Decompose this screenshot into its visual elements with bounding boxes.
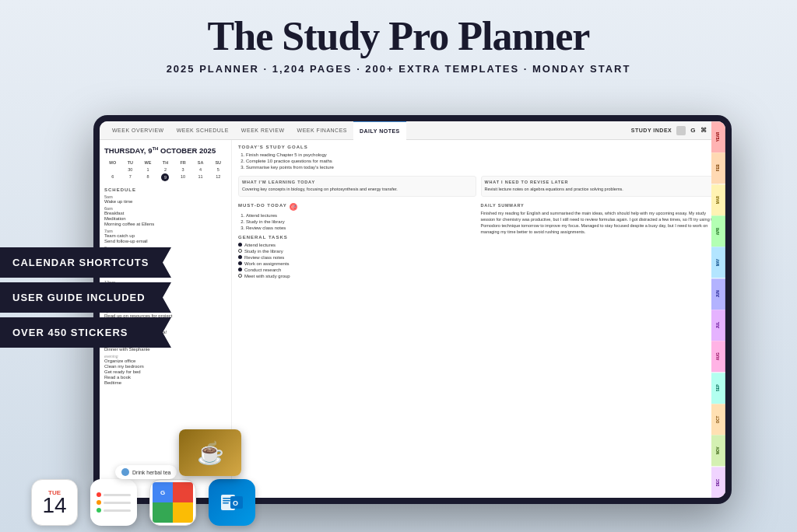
gcal-app-icon[interactable]: G [149, 479, 196, 526]
g-icon: G [690, 127, 696, 134]
tab-apr[interactable]: APR [711, 215, 725, 247]
cal-header-sa: SA [192, 159, 209, 166]
calendar-day-num: 14 [42, 495, 66, 516]
cal-header-mo: MO [104, 159, 121, 166]
cal-cell[interactable]: 30 [122, 166, 139, 173]
tab-week-review[interactable]: WEEK REVIEW [235, 121, 291, 140]
must-do-section: MUST-DO TODAY 🎯 Attend lectures Study in… [238, 203, 718, 280]
learning-box-text: Covering key concepts in biology, focusi… [242, 187, 472, 193]
goal-item: Complete 10 practice questions for maths [246, 159, 718, 163]
must-do-item: Study in the library [246, 219, 476, 224]
reminders-app-icon[interactable] [90, 479, 137, 526]
target-icon: 🎯 [290, 203, 297, 211]
nav-right: STUDY INDEX G ⌘ ☰ [631, 126, 719, 135]
food-emoji: ☕ [197, 440, 224, 466]
food-photo: ☕ [179, 429, 241, 476]
task-item: Meet with study group [238, 274, 476, 278]
outlook-app-icon[interactable]: O [209, 479, 255, 526]
badge-user-guide: USER GUIDE INCLUDED [0, 282, 171, 313]
habit-tracker-card: Drink herbal tea [115, 465, 177, 479]
calendar-app-icon[interactable]: TUE 14 [31, 479, 78, 526]
nav-tabs: WEEK OVERVIEW WEEK SCHEDULE WEEK REVIEW … [100, 121, 725, 140]
bookmark-icon [676, 126, 686, 135]
tab-feb[interactable]: FEB [711, 152, 725, 184]
tab-oct[interactable]: OCT [711, 404, 725, 435]
tab-week-schedule[interactable]: WEEK SCHEDULE [170, 121, 235, 140]
learning-box-title: WHAT I'M LEARNING TODAY [242, 180, 472, 184]
svg-rect-3 [223, 498, 232, 499]
middle-panel: TODAY'S STUDY GOALS Finish reading Chapt… [232, 140, 725, 498]
tab-sidebar: YEAR FEB MAR APR MAY JUN JUL AUG SEP OCT… [711, 140, 725, 498]
must-do-item: Review class notes [246, 226, 476, 230]
cal-header-we: WE [139, 159, 156, 166]
bottom-app-bar: TUE 14 G O Drink herbal tea [0, 473, 797, 532]
cal-cell[interactable]: 11 [192, 173, 209, 181]
must-do-col: MUST-DO TODAY 🎯 Attend lectures Study in… [238, 203, 476, 280]
schedule-item: Organize office [104, 359, 226, 363]
habit-dot [121, 468, 129, 476]
task-item: Conduct research [238, 268, 476, 272]
tab-mar[interactable]: MAR [711, 184, 725, 215]
schedule-item: Breakfast [104, 211, 226, 215]
info-boxes: WHAT I'M LEARNING TODAY Covering key con… [238, 176, 718, 197]
general-tasks-list: Attend lectures Study in the library Rev… [238, 243, 476, 278]
tab-jun[interactable]: JUN [711, 278, 725, 310]
svg-rect-5 [223, 502, 229, 504]
must-do-title: MUST-DO TODAY [238, 203, 287, 208]
schedule-item: Read a book [104, 375, 226, 380]
tab-week-finances[interactable]: WEEK FINANCES [291, 121, 353, 140]
main-title: The Study Pro Planner [0, 14, 797, 58]
cal-cell[interactable]: 4 [192, 166, 209, 173]
tab-year[interactable]: YEAR [711, 140, 725, 152]
cal-cell-today[interactable]: 9 [161, 173, 169, 181]
goals-section-title: TODAY'S STUDY GOALS [238, 145, 718, 149]
schedule-item: Morning coffee at Ellens [104, 222, 226, 226]
tab-aug[interactable]: AUG [711, 341, 725, 372]
schedule-item: Clean my bedroom [104, 364, 226, 369]
cal-cell[interactable]: 3 [174, 166, 191, 173]
learning-box: WHAT I'M LEARNING TODAY Covering key con… [238, 176, 476, 197]
must-do-header: MUST-DO TODAY 🎯 [238, 203, 476, 211]
svg-rect-4 [223, 500, 230, 502]
daily-summary-title: DAILY SUMMARY [481, 203, 719, 208]
habit-label: Drink herbal tea [132, 470, 170, 475]
cal-cell[interactable]: 7 [122, 173, 139, 181]
cal-cell[interactable]: 12 [209, 173, 226, 181]
daily-summary-text: Finished my reading for English and summ… [481, 210, 719, 236]
revise-box: WHAT I NEED TO REVISE LATER Revisit lect… [481, 176, 719, 197]
must-do-list: Attend lectures Study in the library Rev… [238, 213, 476, 230]
tab-may[interactable]: MAY [711, 247, 725, 278]
cal-cell[interactable]: 1 [139, 166, 156, 173]
mini-calendar: MO TU WE TH FR SA SU 30 1 2 3 4 5 [104, 159, 226, 181]
apple-icon: ⌘ [700, 127, 707, 134]
badge-stickers: OVER 450 STICKERS [0, 317, 171, 348]
tab-nov[interactable]: NOV [711, 435, 725, 466]
goal-item: Summarise key points from today's lectur… [246, 165, 718, 170]
cal-cell[interactable]: 10 [174, 173, 191, 181]
badge-calendar-shortcuts: CALENDAR SHORTCUTS [0, 247, 171, 278]
cal-header-tu: TU [122, 159, 139, 166]
must-do-item: Attend lectures [246, 213, 476, 218]
task-item: Study in the library [238, 249, 476, 254]
schedule-item: Team catch up [104, 233, 226, 238]
goals-list: Finish reading Chapter 5 in psychology C… [238, 152, 718, 170]
cal-cell[interactable]: 8 [139, 173, 156, 181]
cal-cell[interactable]: 6 [104, 173, 121, 181]
svg-text:O: O [233, 499, 238, 507]
cal-header-th: TH [157, 159, 174, 166]
tab-daily-notes[interactable]: DAILY NOTES [353, 121, 406, 140]
date-header: THURSDAY, 9TH OCTOBER 2025 [104, 146, 226, 155]
subtitle-bar: 2025 PLANNER · 1,204 PAGES · 200+ EXTRA … [0, 63, 797, 75]
schedule-item: Wake up time [104, 199, 226, 204]
schedule-label: SCHEDULE [104, 187, 226, 192]
tab-sep[interactable]: SEP [711, 373, 725, 404]
schedule-item: Meditation [104, 216, 226, 221]
tab-week-overview[interactable]: WEEK OVERVIEW [106, 121, 170, 140]
cal-cell[interactable] [104, 166, 121, 173]
cal-header-su: SU [209, 159, 226, 166]
tab-jul[interactable]: JUL [711, 310, 725, 341]
schedule-item: Bedtime [104, 380, 226, 385]
cal-cell[interactable]: 2 [157, 166, 174, 173]
cal-cell[interactable]: 5 [209, 166, 226, 173]
page-header: The Study Pro Planner 2025 PLANNER · 1,2… [0, 0, 797, 81]
